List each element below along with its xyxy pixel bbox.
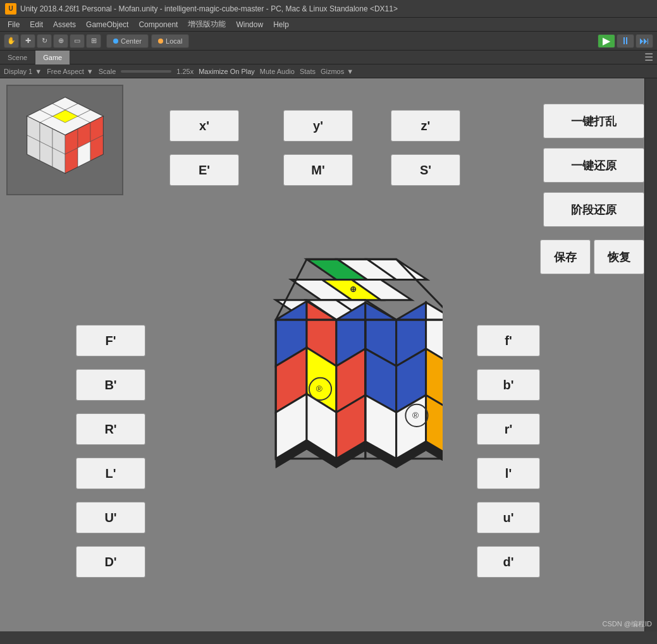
local-dot (158, 39, 163, 44)
usmall-button[interactable]: u' (477, 502, 540, 533)
rubiks-cube-display: ® ® ⊕ (171, 236, 455, 521)
move-tool[interactable]: ✚ (20, 34, 35, 48)
aspect-arrow: ▼ (87, 68, 94, 75)
xprime-button[interactable]: x' (169, 110, 239, 142)
scale-tool[interactable]: ⊕ (53, 34, 68, 48)
scale-value: 1.25x (176, 68, 193, 75)
rsmall-button[interactable]: r' (477, 413, 540, 445)
menu-assets[interactable]: Assets (48, 20, 81, 29)
yprime-button[interactable]: y' (283, 110, 353, 142)
hand-tool[interactable]: ✋ (4, 34, 19, 48)
menu-gameobject[interactable]: GameObject (81, 20, 133, 29)
sprime-button[interactable]: S' (391, 154, 460, 186)
menu-component[interactable]: Component (133, 20, 183, 29)
menu-edit[interactable]: Edit (25, 20, 48, 29)
maximize-on-play-button[interactable]: Maximize On Play (199, 68, 255, 75)
toolbar: ✋ ✚ ↻ ⊕ ▭ ⊞ Center Local ▶ ⏸ ⏭ (0, 32, 657, 51)
scramble-button[interactable]: 一键打乱 (543, 104, 644, 138)
menu-enhanced[interactable]: 增强版功能 (183, 19, 231, 30)
right-panel-strip (644, 78, 657, 631)
tool-group-basic: ✋ ✚ ↻ ⊕ ▭ ⊞ (4, 34, 101, 48)
gizmos-item[interactable]: Gizmos ▼ (321, 68, 353, 75)
tab-settings-icon[interactable]: ☰ (641, 51, 657, 63)
play-controls: ▶ ⏸ ⏭ (598, 34, 653, 48)
step-restore-button[interactable]: 阶段还原 (543, 192, 644, 227)
svg-text:⊕: ⊕ (350, 285, 357, 294)
play-button[interactable]: ▶ (598, 34, 615, 48)
save-button[interactable]: 保存 (540, 240, 591, 274)
game-area: x' y' z' E' M' S' 一键打乱 一键还原 阶段还原 保存 恢复 F… (0, 78, 657, 631)
step-button[interactable]: ⏭ (636, 34, 653, 48)
restore-button[interactable]: 一键还原 (543, 148, 644, 183)
rubiks-cube-svg: ® ® ⊕ (171, 236, 443, 508)
bprime-button[interactable]: B' (76, 369, 145, 401)
display-arrow: ▼ (35, 68, 42, 75)
dprime-button[interactable]: D' (76, 546, 145, 578)
menu-bar: File Edit Assets GameObject Component 增强… (0, 18, 657, 32)
cube-preview-svg (15, 91, 116, 189)
load-button[interactable]: 恢复 (594, 240, 644, 274)
menu-window[interactable]: Window (231, 20, 268, 29)
fprime-button[interactable]: F' (76, 325, 145, 356)
scale-slider[interactable] (121, 70, 171, 73)
preview-thumbnail (6, 85, 123, 195)
dsmall-button[interactable]: d' (477, 546, 540, 578)
mute-audio-item[interactable]: Mute Audio (260, 68, 295, 75)
aspect-item: Free Aspect ▼ (47, 68, 94, 75)
stats-item[interactable]: Stats (300, 68, 316, 75)
tab-bar: Scene Game ☰ (0, 51, 657, 64)
rprime-button[interactable]: R' (76, 413, 145, 445)
title-bar: U Unity 2018.4.26f1 Personal - Mofan.uni… (0, 0, 657, 18)
svg-text:®: ® (412, 411, 419, 420)
lsmall-button[interactable]: l' (477, 458, 540, 489)
uprime-button[interactable]: U' (76, 502, 145, 533)
svg-text:®: ® (316, 384, 322, 394)
bsmall-button[interactable]: b' (477, 369, 540, 401)
aspect-label: Free Aspect (47, 68, 84, 75)
game-tab[interactable]: Game (35, 51, 70, 64)
menu-file[interactable]: File (3, 20, 25, 29)
lprime-button[interactable]: L' (76, 458, 145, 489)
center-dot (113, 39, 118, 44)
display-label: Display 1 (4, 68, 32, 75)
watermark: CSDN @编程ID (603, 619, 652, 629)
rotate-tool[interactable]: ↻ (37, 34, 52, 48)
local-button[interactable]: Local (151, 34, 189, 48)
pause-button[interactable]: ⏸ (617, 34, 634, 48)
scale-item: Scale 1.25x (99, 68, 193, 75)
window-title: Unity 2018.4.26f1 Personal - Mofan.unity… (20, 4, 398, 13)
left-face (276, 301, 365, 459)
game-toolbar: Display 1 ▼ Free Aspect ▼ Scale 1.25x Ma… (0, 64, 657, 78)
display-item: Display 1 ▼ (4, 68, 42, 75)
rect-tool[interactable]: ▭ (70, 34, 85, 48)
zprime-button[interactable]: z' (391, 110, 460, 142)
unity-logo: U (5, 3, 16, 15)
center-button[interactable]: Center (106, 34, 149, 48)
fsmall-button[interactable]: f' (477, 325, 540, 356)
menu-help[interactable]: Help (268, 20, 294, 29)
mprime-button[interactable]: M' (283, 154, 353, 186)
transform-tool[interactable]: ⊞ (86, 34, 101, 48)
scene-tab[interactable]: Scene (0, 51, 35, 64)
scale-label: Scale (99, 68, 116, 75)
eprime-button[interactable]: E' (169, 154, 239, 186)
